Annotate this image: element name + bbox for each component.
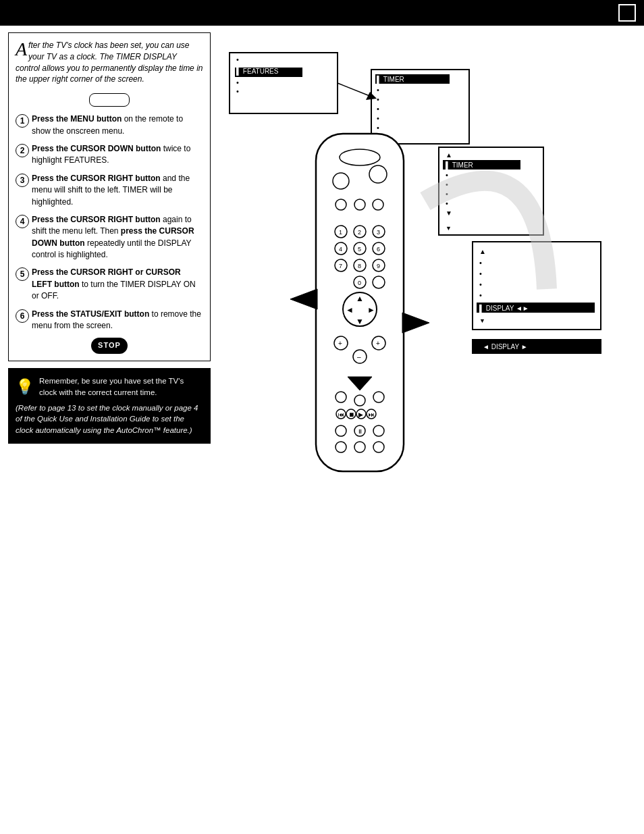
svg-text:•: • [479,269,482,278]
main-content: After the TV's clock has been set, you c… [0,26,644,834]
svg-text:2: 2 [358,229,361,236]
step-num-1: 1 [16,114,29,128]
svg-text:9: 9 [377,263,380,269]
tip-header: 💡 Remember, be sure you have set the TV'… [16,375,203,398]
step-text-6: Press the STATUS/EXIT button to remove t… [32,309,203,332]
step-2: 2 Press the CURSOR DOWN button twice to … [16,143,203,167]
step-num-2: 2 [16,144,29,157]
intro-text: After the TV's clock has been set, you c… [16,40,203,85]
step-num-5: 5 [16,267,29,281]
svg-text:•: • [236,78,239,86]
intro-rest: fter the TV's clock has been set, you ca… [16,41,203,84]
step-text-5: Press the CURSOR RIGHT or CURSOR LEFT bu… [32,267,203,302]
svg-text:•: • [377,86,379,94]
svg-text:▲: ▲ [479,248,486,255]
svg-text:▼: ▼ [446,209,452,217]
svg-text:◄: ◄ [346,305,354,315]
step-text-1: Press the MENU button on the remote to s… [32,113,203,137]
svg-marker-67 [402,313,429,333]
stop-icon-area: STOP [16,338,203,354]
left-column: After the TV's clock has been set, you c… [8,32,211,827]
svg-text:▲: ▲ [446,151,452,159]
step-num-6: 6 [16,309,29,323]
tip-refer: (Refer to page 13 to set the clock manua… [16,404,198,434]
tip-remember: Remember, be sure you have set the TV's … [39,375,203,398]
svg-text:–: – [357,353,361,361]
svg-text:•: • [479,259,482,267]
step-text-4: Press the CURSOR RIGHT button again to s… [32,214,203,261]
step-text-2: Press the CURSOR DOWN button twice to hi… [32,143,203,167]
svg-text:▲: ▲ [356,294,364,303]
svg-text:•: • [236,55,239,63]
svg-text:5: 5 [358,246,361,253]
svg-marker-66 [290,289,317,309]
svg-text:⏸: ⏸ [357,428,363,435]
svg-text:•: • [377,95,379,103]
svg-text:▼: ▼ [446,225,452,232]
svg-text:1: 1 [339,229,342,236]
step-num-3: 3 [16,174,29,187]
tip-lines: (Refer to page 13 to set the clock manua… [16,402,203,436]
svg-text:0: 0 [358,280,361,286]
svg-text:•: • [377,105,379,113]
bulb-icon: 💡 [16,376,34,398]
svg-text:4: 4 [339,246,342,253]
top-bar [0,0,644,26]
svg-text:◄  DISPLAY  ►: ◄ DISPLAY ► [483,343,528,350]
svg-text:▌ DISPLAY  ◄►: ▌ DISPLAY ◄► [479,304,529,313]
step-text-3: Press the CURSOR RIGHT button and the me… [32,173,203,208]
svg-text:⏹: ⏹ [348,411,354,418]
step-5: 5 Press the CURSOR RIGHT or CURSOR LEFT … [16,267,203,302]
svg-text:►: ► [367,305,375,315]
svg-text:▶: ▶ [358,411,363,418]
svg-text:3: 3 [377,229,380,236]
svg-text:▌ TIMER: ▌ TIMER [377,75,404,84]
stop-badge: STOP [91,338,128,354]
step-1: 1 Press the MENU button on the remote to… [16,113,203,137]
svg-text:•: • [479,291,482,299]
remote-icon-small [89,93,130,107]
svg-text:•: • [377,124,379,132]
first-letter: A [16,40,27,59]
svg-text:•: • [377,114,379,122]
step-4: 4 Press the CURSOR RIGHT button again to… [16,214,203,261]
svg-text:▼: ▼ [356,317,364,326]
svg-text:+: + [376,340,380,347]
svg-line-36 [338,83,371,97]
svg-text:⏭: ⏭ [369,411,375,418]
svg-text:▌ TIMER: ▌ TIMER [446,161,473,170]
svg-text:7: 7 [339,263,342,269]
svg-text:•: • [236,87,239,95]
svg-rect-0 [230,53,338,113]
svg-text:▌ FEATURES: ▌ FEATURES [236,67,279,76]
step-num-4: 4 [16,215,29,228]
step-3: 3 Press the CURSOR RIGHT button and the … [16,173,203,208]
step-6: 6 Press the STATUS/EXIT button to remove… [16,309,203,332]
svg-text:▼: ▼ [479,317,485,324]
svg-text:•: • [479,280,482,288]
tip-box: 💡 Remember, be sure you have set the TV'… [8,368,211,443]
svg-text:⏮: ⏮ [338,411,344,418]
illustration-svg: • ▌ FEATURES • • ▌ TIMER • • • • • ▲ ▌ T… [216,32,608,640]
svg-text:+: + [338,340,342,347]
svg-text:6: 6 [377,246,380,253]
svg-text:•: • [446,171,448,179]
svg-text:8: 8 [358,263,361,269]
instructions-box: After the TV's clock has been set, you c… [8,32,211,361]
right-column: • ▌ FEATURES • • ▌ TIMER • • • • • ▲ ▌ T… [216,32,636,827]
page-number-box [618,4,636,22]
